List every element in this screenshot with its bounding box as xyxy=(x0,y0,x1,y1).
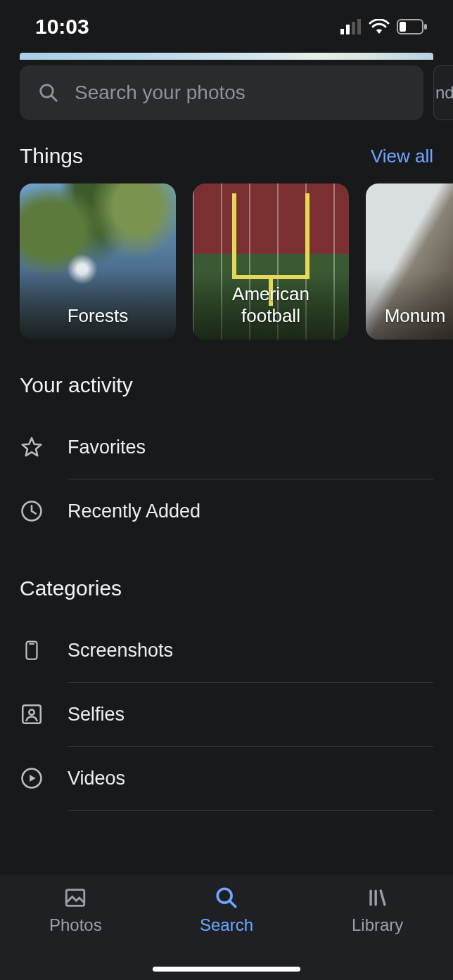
cell-signal-icon xyxy=(340,19,362,34)
search-icon xyxy=(38,82,59,103)
things-header: Things View all xyxy=(0,120,453,181)
status-icons xyxy=(340,19,428,34)
svg-rect-5 xyxy=(424,24,427,30)
wifi-icon xyxy=(369,19,390,34)
list-label: Recently Added xyxy=(68,501,433,522)
category-item-screenshots[interactable]: Screenshots xyxy=(20,619,433,682)
map-preview-sliver[interactable] xyxy=(20,53,433,60)
things-view-all[interactable]: View all xyxy=(371,146,433,167)
svg-rect-2 xyxy=(352,22,355,34)
nav-label: Photos xyxy=(49,915,102,935)
home-indicator[interactable] xyxy=(153,967,300,972)
category-item-selfies[interactable]: Selfies xyxy=(20,683,433,746)
thing-label: American football xyxy=(232,283,310,327)
svg-line-8 xyxy=(51,96,56,101)
activity-item-favorites[interactable]: Favorites xyxy=(20,415,433,479)
thing-label: Monum xyxy=(385,305,446,327)
svg-line-17 xyxy=(230,901,236,907)
categories-section: Categories Screenshots Selfies xyxy=(0,543,453,811)
calendar-chip[interactable]: nda xyxy=(433,65,453,120)
play-circle-icon xyxy=(20,766,44,790)
bottom-nav: Photos Search Library xyxy=(0,875,453,980)
battery-icon xyxy=(397,19,428,34)
svg-line-20 xyxy=(381,891,385,905)
svg-rect-1 xyxy=(346,25,350,34)
categories-title: Categories xyxy=(20,576,433,600)
divider xyxy=(68,810,433,811)
phone-icon xyxy=(20,638,44,662)
svg-rect-0 xyxy=(340,29,344,34)
thing-card-forests[interactable]: Forests xyxy=(20,183,176,340)
library-icon xyxy=(366,886,390,910)
svg-rect-6 xyxy=(400,22,406,32)
list-label: Videos xyxy=(68,768,433,789)
search-icon xyxy=(215,886,238,910)
category-item-videos[interactable]: Videos xyxy=(20,747,433,810)
svg-point-13 xyxy=(29,709,34,714)
person-square-icon xyxy=(20,702,44,726)
clock-icon xyxy=(20,499,44,523)
activity-item-recently-added[interactable]: Recently Added xyxy=(20,479,433,543)
things-title: Things xyxy=(20,144,83,168)
things-row[interactable]: Forests American football Monum xyxy=(0,181,453,340)
search-input[interactable] xyxy=(75,82,405,104)
svg-rect-15 xyxy=(67,890,85,906)
status-time: 10:03 xyxy=(35,15,89,39)
nav-label: Library xyxy=(352,915,403,935)
activity-section: Your activity Favorites Recently Added xyxy=(0,340,453,543)
thing-card-american-football[interactable]: American football xyxy=(193,183,349,340)
image-icon xyxy=(63,886,87,910)
nav-tab-search[interactable]: Search xyxy=(151,886,302,935)
nav-label: Search xyxy=(200,915,253,935)
list-label: Selfies xyxy=(68,704,433,726)
nav-tab-library[interactable]: Library xyxy=(302,886,453,935)
calendar-chip-text: nda xyxy=(435,83,453,103)
thing-label: Forests xyxy=(68,305,129,327)
svg-rect-3 xyxy=(357,19,361,34)
list-label: Favorites xyxy=(68,437,433,458)
nav-tab-photos[interactable]: Photos xyxy=(0,886,151,935)
star-icon xyxy=(20,435,44,459)
activity-title: Your activity xyxy=(20,373,433,397)
list-label: Screenshots xyxy=(68,640,433,662)
status-bar: 10:03 xyxy=(0,0,453,53)
thing-card-monuments[interactable]: Monum xyxy=(366,183,453,340)
search-bar[interactable] xyxy=(20,65,423,120)
